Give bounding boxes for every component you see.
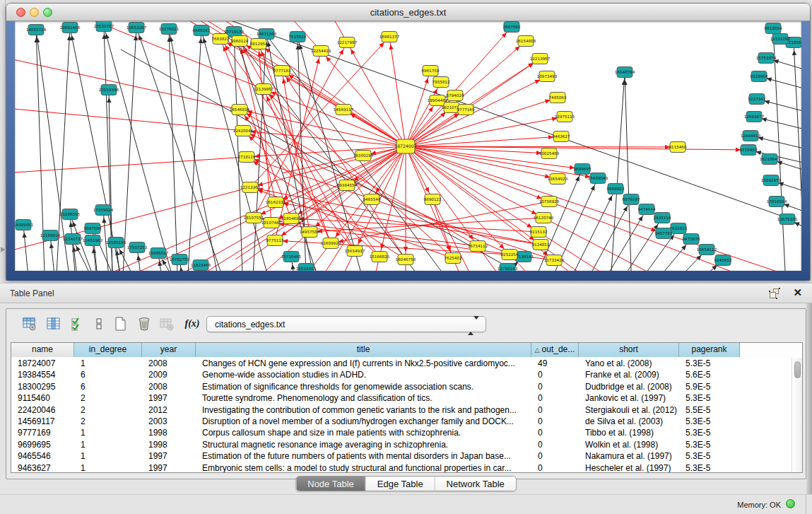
graph-node[interactable]: 7663822 (212, 34, 230, 45)
cell-short[interactable]: de Silva et al. (2003) (579, 416, 679, 427)
graph-node[interactable]: 8958923 (607, 184, 625, 194)
graph-node[interactable]: 16648784 (615, 67, 635, 78)
graph-node[interactable]: 15892971 (761, 175, 782, 186)
graph-node[interactable]: 12139867 (254, 84, 274, 95)
cell-name[interactable]: 14569117 (11, 416, 74, 427)
cell-name[interactable]: 9463627 (11, 462, 74, 473)
table-row[interactable]: 946362711997Embryonic stem cells: a mode… (11, 462, 792, 473)
table-row[interactable]: 946554611997Estimation of the future num… (11, 450, 792, 462)
graph-node[interactable]: 9474444 (638, 204, 656, 215)
graph-node[interactable]: 22420046 (233, 126, 254, 136)
graph-node[interactable]: 11609929 (321, 238, 341, 249)
cell-short[interactable]: Tibbo et al. (1998) (579, 427, 679, 438)
graph-node[interactable]: 11451963 (83, 235, 103, 246)
cell-in_degree[interactable]: 6 (74, 369, 142, 380)
graph-node[interactable]: 2667682 (503, 22, 521, 33)
cell-short[interactable]: Jankovic et al. (1997) (579, 392, 679, 404)
cell-title[interactable]: Structural magnetic resonance image aver… (196, 439, 531, 450)
graph-node[interactable]: 11121290 (770, 34, 791, 45)
cell-short[interactable]: Yano et al. (2008) (579, 358, 679, 369)
cell-year[interactable]: 2008 (142, 381, 196, 392)
cell-in_degree[interactable]: 2 (74, 404, 142, 416)
network-canvas[interactable]: 1405572420891406205317871065328715276021… (15, 21, 801, 271)
memory-status-icon[interactable] (786, 499, 795, 508)
graph-node[interactable]: 19384554 (337, 180, 358, 191)
cell-in_degree[interactable]: 1 (74, 439, 142, 450)
graph-node[interactable]: 17359924 (93, 205, 114, 216)
cell-name[interactable]: 9465546 (11, 450, 74, 462)
cell-short[interactable]: Franke et al. (2009) (579, 369, 679, 380)
cell-pagerank[interactable]: 5.3E-5 (679, 462, 740, 473)
column-header-short[interactable]: short (579, 343, 679, 357)
graph-node[interactable]: 7625402 (445, 253, 462, 264)
graph-node[interactable]: 8813054 (765, 23, 782, 34)
tab-edge-table[interactable]: Edge Table (366, 477, 435, 491)
graph-node[interactable]: 11823468 (191, 260, 211, 271)
graph-node[interactable]: 10756928 (539, 197, 560, 207)
cell-in_degree[interactable]: 1 (74, 427, 142, 438)
cell-title[interactable]: Changes of HCN gene expression and I(f) … (196, 358, 531, 369)
graph-node[interactable]: 18724007 (394, 139, 417, 153)
cell-short[interactable]: Nakamura et al. (1997) (579, 450, 679, 462)
cell-in_degree[interactable]: 2 (74, 416, 142, 427)
graph-node[interactable]: 9124851 (532, 240, 550, 250)
graph-node[interactable]: 12217987 (337, 37, 358, 48)
graph-node[interactable]: 11954693 (281, 214, 302, 224)
table-row[interactable]: 1938455462009Genome-wide association stu… (11, 369, 792, 380)
graph-node[interactable]: 9457791 (655, 228, 673, 239)
cell-year[interactable]: 2008 (142, 358, 196, 369)
column-header-out_de[interactable]: △out_de... (531, 343, 579, 357)
graph-node[interactable]: 12975115 (555, 112, 575, 122)
window-titlebar[interactable]: citations_edges.txt (6, 4, 810, 21)
table-selector-dropdown[interactable]: citations_edges.txt (206, 316, 486, 332)
graph-node[interactable]: 14957584 (300, 227, 320, 238)
column-header-name[interactable]: name (11, 343, 74, 357)
graph-node[interactable]: 16162332 (266, 197, 286, 208)
graph-node[interactable]: 17957253 (127, 243, 148, 253)
graph-node[interactable]: 2718126 (238, 152, 256, 163)
cell-name[interactable]: 22420046 (11, 404, 74, 416)
column-header-pagerank[interactable]: pagerank (679, 343, 740, 357)
graph-node[interactable]: 9097588 (84, 223, 102, 234)
table-row[interactable]: 969969511998Structural magnetic resonanc… (11, 439, 792, 450)
cell-title[interactable]: Embryonic stem cells: a model to study s… (196, 462, 531, 473)
cell-pagerank[interactable]: 5.3E-5 (679, 427, 740, 438)
cell-pagerank[interactable]: 5.6E-5 (679, 369, 740, 380)
cell-title[interactable]: Investigating the contribution of common… (196, 404, 531, 416)
graph-node[interactable]: 12342737 (63, 234, 83, 245)
cell-name[interactable]: 18300295 (11, 381, 74, 392)
graph-node[interactable]: 15716485 (281, 252, 302, 262)
graph-node[interactable]: 16546816 (230, 105, 250, 115)
graph-node[interactable]: 12093877 (744, 112, 765, 122)
graph-node[interactable]: 8471676 (683, 234, 700, 245)
column-header-in_degree[interactable]: in_degree (74, 343, 142, 357)
cell-out_de[interactable]: 0 (531, 439, 579, 450)
create-table-icon[interactable] (111, 315, 129, 333)
graph-node[interactable]: 12254419 (311, 46, 331, 57)
graph-node[interactable]: 17016504 (767, 197, 787, 207)
cell-title[interactable]: Estimation of the future numbers of pati… (196, 450, 531, 462)
graph-node[interactable]: 14569117 (334, 105, 354, 115)
cell-in_degree[interactable]: 1 (74, 462, 142, 473)
graph-node[interactable]: 6794028 (447, 90, 464, 101)
graph-node[interactable]: 12213363 (240, 182, 261, 193)
graph-node[interactable]: 9227341 (748, 94, 766, 105)
cell-year[interactable]: 1997 (142, 392, 196, 404)
graph-node[interactable]: 9252254 (501, 250, 519, 260)
graph-node[interactable]: 10107487 (261, 218, 282, 228)
graph-node[interactable]: 12505195 (106, 238, 126, 248)
graph-node[interactable]: 20891406 (60, 23, 81, 33)
cell-pagerank[interactable]: 5.5E-5 (679, 404, 740, 416)
float-window-icon[interactable] (770, 288, 781, 299)
cell-year[interactable]: 1997 (142, 462, 196, 473)
graph-node[interactable]: 16154808 (516, 36, 536, 47)
tab-node-table[interactable]: Node Table (296, 477, 366, 491)
cell-out_de[interactable]: 49 (531, 358, 579, 369)
graph-node[interactable]: 9245652 (714, 255, 732, 266)
graph-node[interactable]: 9329966 (751, 71, 768, 82)
graph-node[interactable]: 10973493 (537, 71, 558, 82)
cell-in_degree[interactable]: 2 (74, 392, 142, 404)
cell-title[interactable]: Tourette syndrome. Phenomenology and cla… (196, 392, 531, 404)
cell-year[interactable]: 1997 (142, 450, 196, 462)
graph-node[interactable]: 8912954 (250, 39, 268, 49)
